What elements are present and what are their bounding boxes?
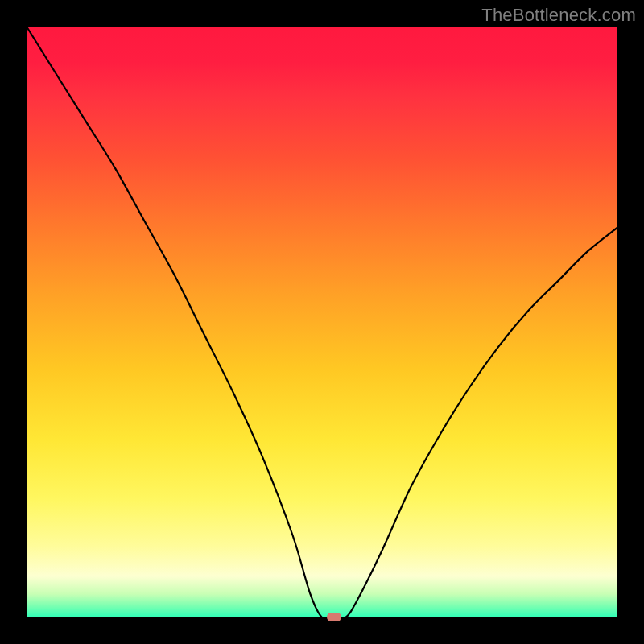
optimal-point-marker <box>327 613 341 621</box>
watermark-text: TheBottleneck.com <box>481 5 636 26</box>
chart-plot-area <box>27 27 617 617</box>
bottleneck-curve <box>27 27 617 617</box>
chart-frame: TheBottleneck.com <box>0 0 644 644</box>
